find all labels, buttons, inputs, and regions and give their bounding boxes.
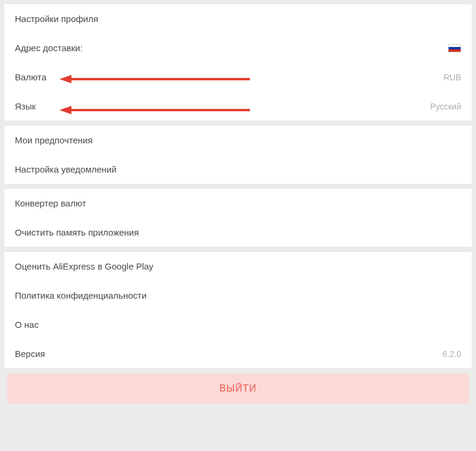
currency-converter-row[interactable]: Конвертер валют bbox=[4, 189, 472, 218]
clear-cache-label: Очистить память приложения bbox=[15, 227, 139, 237]
language-row[interactable]: Язык Русский bbox=[4, 92, 472, 121]
version-value: 6.2.0 bbox=[443, 349, 461, 359]
privacy-policy-row[interactable]: Политика конфиденциальности bbox=[4, 281, 472, 310]
rate-app-row[interactable]: Оценить AliExpress в Google Play bbox=[4, 252, 472, 281]
currency-value: RUB bbox=[443, 73, 461, 82]
about-group: Оценить AliExpress в Google Play Политик… bbox=[4, 251, 472, 369]
preferences-group: Мои предпочтения Настройка уведомлений bbox=[4, 125, 472, 184]
russia-flag-icon bbox=[448, 44, 461, 52]
preferences-label: Мои предпочтения bbox=[15, 135, 93, 145]
currency-row[interactable]: Валюта RUB bbox=[4, 62, 472, 92]
notification-settings-row[interactable]: Настройка уведомлений bbox=[4, 155, 472, 184]
about-label: О нас bbox=[15, 320, 39, 330]
currency-converter-label: Конвертер валют bbox=[15, 198, 86, 208]
notification-settings-label: Настройка уведомлений bbox=[15, 164, 117, 174]
profile-settings-row[interactable]: Настройки профиля bbox=[4, 4, 472, 33]
privacy-policy-label: Политика конфиденциальности bbox=[15, 290, 146, 300]
shipping-address-label: Адрес доставки: bbox=[15, 43, 83, 53]
language-value: Русский bbox=[430, 102, 461, 111]
profile-settings-label: Настройки профиля bbox=[15, 14, 98, 24]
profile-group: Настройки профиля Адрес доставки: Валюта… bbox=[4, 4, 472, 121]
logout-wrap: ВЫЙТИ bbox=[7, 374, 469, 403]
logout-button[interactable]: ВЫЙТИ bbox=[7, 374, 469, 403]
tools-group: Конвертер валют Очистить память приложен… bbox=[4, 188, 472, 248]
rate-app-label: Оценить AliExpress в Google Play bbox=[15, 261, 154, 271]
preferences-row[interactable]: Мои предпочтения bbox=[4, 126, 472, 155]
about-row[interactable]: О нас bbox=[4, 310, 472, 339]
language-label: Язык bbox=[15, 101, 36, 111]
version-label: Версия bbox=[15, 349, 45, 359]
currency-label: Валюта bbox=[15, 72, 46, 82]
shipping-address-row[interactable]: Адрес доставки: bbox=[4, 33, 472, 62]
version-row: Версия 6.2.0 bbox=[4, 339, 472, 368]
clear-cache-row[interactable]: Очистить память приложения bbox=[4, 218, 472, 247]
